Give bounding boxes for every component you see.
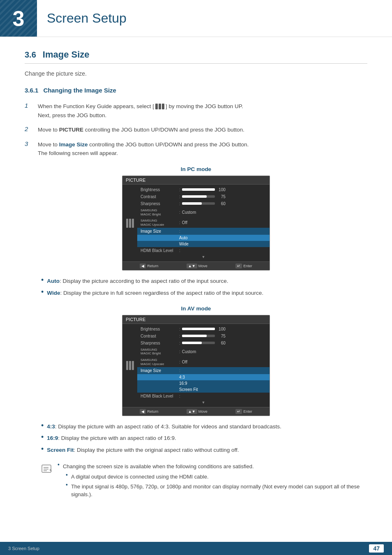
pc-osd-menu: Brightness : 100 Contrast : 75 bbox=[137, 186, 270, 260]
av-osd-body: Brightness : 100 Contrast : 75 bbox=[122, 324, 270, 407]
step-3: 3 Move to Image Size controlling the JOG… bbox=[25, 140, 367, 158]
osd-row-brightness: Brightness : 100 bbox=[137, 186, 270, 193]
osd-row-image-size-av: Image Size : bbox=[137, 367, 270, 374]
note-text-1: Changing the screen size is available wh… bbox=[63, 462, 254, 471]
pc-bullet-wide: • Wide: Display the picture in full scre… bbox=[41, 289, 367, 297]
step2-bold: PICTURE bbox=[59, 127, 83, 133]
osd-row-hdmi-pc: HDMI Black Level : bbox=[137, 247, 270, 254]
note-bullets: • Changing the screen size is available … bbox=[58, 462, 367, 499]
section-heading: 3.6 Image Size bbox=[25, 49, 367, 64]
osd-row-magic-upscale: SAMSUNGMAGIC Upscale : Off bbox=[137, 217, 270, 228]
osd-row-sharpness: Sharpness : 60 bbox=[137, 200, 270, 207]
pc-osd-title: PICTURE bbox=[122, 176, 270, 185]
av-osd-jog-bars bbox=[126, 361, 134, 370]
footer-chapter-text: 3 Screen Setup bbox=[8, 546, 39, 551]
step-number-2: 2 bbox=[25, 125, 31, 132]
note-sub-item-2: • The input signal is 480p, 576p, 720p, … bbox=[66, 483, 367, 499]
av-osd-row-magic-bright: SAMSUNGMAGIC Bright : Custom bbox=[137, 347, 270, 357]
av-osd-row-magic-upscale: SAMSUNGMAGIC Upscale : Off bbox=[137, 357, 270, 367]
av-bullet-screenfit: • Screen Fit: Display the picture with t… bbox=[41, 446, 367, 454]
step3-image-size: Image Size bbox=[59, 141, 88, 148]
av-osd-container: PICTURE Brightness : 100 bbox=[25, 315, 367, 416]
note-sub-bullets: • A digital output device is connected u… bbox=[66, 473, 367, 499]
intro-text: Change the picture size. bbox=[25, 70, 367, 77]
step-number-3: 3 bbox=[25, 140, 31, 147]
step-number-1: 1 bbox=[25, 102, 31, 109]
section-number: 3.6 bbox=[25, 50, 36, 60]
av-osd: PICTURE Brightness : 100 bbox=[122, 315, 270, 416]
subsection-number: 3.6.1 bbox=[25, 87, 38, 94]
page-header: 3 Screen Setup bbox=[0, 0, 392, 37]
pc-osd-jog-icon bbox=[122, 186, 137, 260]
svg-rect-0 bbox=[42, 465, 51, 472]
note-sub-item-1: • A digital output device is connected u… bbox=[66, 473, 367, 481]
steps-list: 1 When the Function Key Guide appears, s… bbox=[25, 102, 367, 158]
step-text-2: Move to PICTURE controlling the JOG butt… bbox=[38, 125, 244, 134]
chapter-title: Screen Setup bbox=[37, 0, 127, 37]
pc-osd: PICTURE Brightness : 100 bbox=[122, 176, 270, 271]
av-bullet-list: • 4:3: Display the picture with an aspec… bbox=[41, 423, 367, 454]
osd-row-contrast: Contrast : 75 bbox=[137, 193, 270, 200]
osd-row-image-size-pc: Image Size : bbox=[137, 228, 270, 235]
main-content: 3.6 Image Size Change the picture size. … bbox=[0, 37, 392, 523]
osd-jog-bars bbox=[126, 219, 134, 228]
osd-dropdown-auto: Auto bbox=[137, 235, 270, 241]
osd-row-magic-bright: SAMSUNGMAGIC Bright : Custom bbox=[137, 207, 270, 217]
osd-dropdown-wide: Wide bbox=[137, 241, 270, 247]
pc-osd-body: Brightness : 100 Contrast : 75 bbox=[122, 185, 270, 261]
av-osd-footer: ◀ Return ▲▼ Move ↵ Enter bbox=[122, 407, 270, 416]
page-number: 47 bbox=[369, 544, 384, 553]
note-sub-text-2: The input signal is 480p, 576p, 720p, or… bbox=[71, 483, 367, 499]
av-mode-label: In AV mode bbox=[25, 305, 367, 312]
step-1: 1 When the Function Key Guide appears, s… bbox=[25, 102, 367, 120]
pc-mode-highlight: PC bbox=[187, 166, 195, 172]
chapter-number: 3 bbox=[13, 6, 25, 31]
av-osd-row-sharpness: Sharpness : 60 bbox=[137, 340, 270, 347]
av-osd-jog-icon bbox=[122, 326, 137, 405]
subsection-title: Changing the Image Size bbox=[43, 87, 116, 94]
osd-row-hdmi-av: HDMI Black Level : bbox=[137, 393, 270, 400]
pc-osd-footer: ◀ Return ▲▼ Move ↵ Enter bbox=[122, 261, 270, 270]
osd-dropdown-169: 16:9 bbox=[137, 380, 270, 386]
pc-mode-label: In PC mode bbox=[25, 166, 367, 172]
note-content: • Changing the screen size is available … bbox=[58, 462, 367, 500]
av-osd-row-brightness: Brightness : 100 bbox=[137, 326, 270, 333]
pc-mode-text: In PC mode bbox=[181, 166, 211, 172]
page-footer: 3 Screen Setup 47 bbox=[0, 542, 392, 555]
pc-bullet-list: • Auto: Display the picture according to… bbox=[41, 277, 367, 297]
chapter-number-box: 3 bbox=[0, 0, 37, 37]
osd-dropdown-screenfit: Screen Fit bbox=[137, 386, 270, 393]
note-icon bbox=[41, 463, 53, 475]
av-osd-row-contrast: Contrast : 75 bbox=[137, 333, 270, 340]
jog-icon-1 bbox=[155, 104, 164, 109]
step-text-3: Move to Image Size controlling the JOG b… bbox=[38, 140, 249, 158]
note-box: • Changing the screen size is available … bbox=[41, 462, 367, 500]
section-title: Image Size bbox=[43, 49, 90, 60]
osd-dropdown-43: 4:3 bbox=[137, 374, 270, 380]
pc-bullet-auto: • Auto: Display the picture according to… bbox=[41, 277, 367, 285]
av-bullet-169: • 16:9: Display the picture with an aspe… bbox=[41, 434, 367, 442]
av-mode-text: In AV mode bbox=[181, 305, 211, 312]
step-text-1: When the Function Key Guide appears, sel… bbox=[38, 102, 243, 120]
av-osd-title: PICTURE bbox=[122, 315, 270, 324]
step-2: 2 Move to PICTURE controlling the JOG bu… bbox=[25, 125, 367, 134]
av-mode-highlight: AV bbox=[187, 305, 195, 312]
subsection-heading: 3.6.1 Changing the Image Size bbox=[25, 87, 367, 94]
note-sub-text-1: A digital output device is connected usi… bbox=[71, 473, 209, 481]
av-osd-menu: Brightness : 100 Contrast : 75 bbox=[137, 326, 270, 405]
pc-osd-container: PICTURE Brightness : 100 bbox=[25, 176, 367, 271]
av-bullet-43: • 4:3: Display the picture with an aspec… bbox=[41, 423, 367, 431]
note-item-1: • Changing the screen size is available … bbox=[58, 462, 367, 471]
